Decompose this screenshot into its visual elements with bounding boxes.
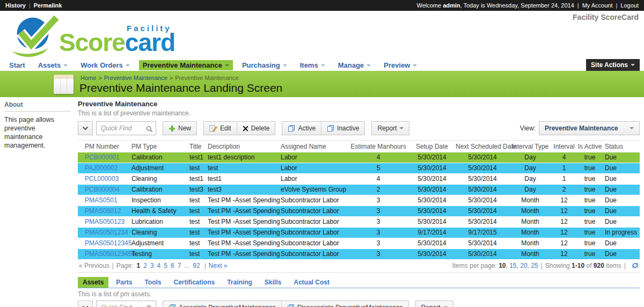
chevron-down-icon <box>82 126 89 130</box>
page-link-5[interactable]: 5 <box>164 262 167 269</box>
column-header-setup-date[interactable]: Setup Date <box>408 141 456 152</box>
disassociate-button[interactable]: Disassociate PreventiveMaintenance <box>281 301 409 307</box>
chevron-down-icon <box>399 127 404 129</box>
nav-item-items[interactable]: Items <box>296 60 329 70</box>
page-size-link-20[interactable]: 20 <box>520 262 527 269</box>
table-row[interactable]: PMAS0501234CleaningtestTest PM -Asset Sp… <box>78 227 640 238</box>
pm-number-link[interactable]: PMAS050123456 <box>85 250 135 258</box>
main-navigation: StartAssetsWork OrdersPreventive Mainten… <box>0 59 644 72</box>
new-button[interactable]: New <box>163 121 197 135</box>
page-banner: Home>Preventive Maintenance>Preventive M… <box>0 72 644 97</box>
pm-number-link[interactable]: PMAS05012 <box>85 207 121 215</box>
page-size-link-15[interactable]: 15 <box>509 262 516 269</box>
username: admin <box>443 2 460 9</box>
nav-item-label: Start <box>9 61 25 69</box>
toolbar-dropdown-button[interactable] <box>78 121 93 135</box>
report-button[interactable]: Report <box>415 301 453 307</box>
topbar-link-my-account[interactable]: My Account <box>582 2 613 9</box>
page-link-2[interactable]: 2 <box>143 262 147 269</box>
page-link-4[interactable]: 4 <box>157 262 161 269</box>
table-row[interactable]: PCB000001Calibrationtest1test1 descripti… <box>78 152 640 163</box>
nav-item-label: Manage <box>338 61 364 69</box>
breadcrumb-item[interactable]: Preventive Maintenance <box>104 75 167 81</box>
topbar-link-permalink[interactable]: Permalink <box>34 2 62 9</box>
view-dropdown[interactable]: Preventive Maintenance <box>539 121 640 135</box>
topbar-link-logout[interactable]: Logout <box>620 2 639 9</box>
nav-item-assets[interactable]: Assets <box>34 60 72 70</box>
site-actions-button[interactable]: Site Actions <box>586 59 640 71</box>
column-header-pm-number[interactable]: PM Number <box>78 141 129 152</box>
breadcrumb-item[interactable]: Home <box>80 75 96 81</box>
column-header-interval-type[interactable]: Interval Type <box>509 141 551 152</box>
pm-number-link[interactable]: PMAS05012345 <box>85 239 131 247</box>
page-link-92[interactable]: 92 <box>193 262 200 269</box>
search-icon[interactable] <box>146 304 153 307</box>
delete-button[interactable]: Delete <box>237 121 276 135</box>
column-header-pm-type[interactable]: PM Type <box>129 141 187 152</box>
pm-number-link[interactable]: PMAS050123 <box>85 218 125 225</box>
table-row[interactable]: PCB000004Calibrationtest3test3eVolve Sys… <box>78 184 640 195</box>
page-size-link-25[interactable]: 25 <box>531 262 538 269</box>
page-label: Page: <box>116 262 135 269</box>
search-icon[interactable] <box>146 125 153 135</box>
nav-item-purchasing[interactable]: Purchasing <box>238 60 291 70</box>
column-header-title[interactable]: Title <box>187 141 206 152</box>
chevron-down-icon <box>63 64 68 67</box>
page-link-7[interactable]: 7 <box>178 262 181 269</box>
column-header-status[interactable]: Status <box>603 141 640 152</box>
nav-item-preview[interactable]: Preview <box>380 60 421 70</box>
topbar-link-history[interactable]: History <box>5 2 26 9</box>
pm-number-link[interactable]: PAJ000002 <box>85 164 118 172</box>
toolbar-dropdown-button[interactable] <box>78 301 93 307</box>
tab-certifications[interactable]: Certifications <box>169 277 220 288</box>
sidebar-description: This page allows preventive maintenance … <box>4 115 71 150</box>
active-button[interactable]: Active <box>282 121 321 135</box>
associate-button[interactable]: Associate PreventiveMaintenance <box>163 301 282 307</box>
column-header-is-active[interactable]: Is Active <box>577 141 603 152</box>
tab-tools[interactable]: Tools <box>140 277 166 288</box>
table-row[interactable]: PMAS05012Health & SafetytestTest PM -Ass… <box>78 206 640 216</box>
report-button[interactable]: Report <box>371 121 409 135</box>
tab-actual-cost[interactable]: Actual Cost <box>289 277 334 288</box>
pm-number-link[interactable]: PCB000004 <box>85 186 120 193</box>
page-link-6[interactable]: 6 <box>171 262 174 269</box>
tab-training[interactable]: Training <box>222 277 257 288</box>
showing-range: 1-10 <box>572 262 584 269</box>
active-inactive-group: Active Inactive <box>282 121 365 135</box>
scorecard-logo-text[interactable]: Scorecard <box>59 29 175 56</box>
column-header-description[interactable]: Description <box>206 141 279 152</box>
column-header-next-scheduled-date[interactable]: Next Scheduled Date <box>456 141 509 152</box>
table-row[interactable]: PAJ000002AdjustmenttesttestLabor55/30/20… <box>78 163 640 173</box>
column-header-assigned-name[interactable]: Assigned Name <box>279 141 348 152</box>
pm-number-link[interactable]: PMAS0501234 <box>85 229 128 236</box>
table-row[interactable]: PMAS0501InspectiontestTest PM -Asset Spe… <box>78 195 640 206</box>
table-row[interactable]: PMAS050123LubricationtestTest PM -Asset … <box>78 216 640 227</box>
tab-assets[interactable]: Assets <box>78 277 108 288</box>
chevron-down-icon <box>126 64 130 67</box>
sidebar-heading: About <box>4 101 71 112</box>
column-header-interval[interactable]: Interval <box>551 141 577 152</box>
nav-item-work-orders[interactable]: Work Orders <box>77 60 134 70</box>
section-subtitle: This is a list of preventive maintenance… <box>78 109 640 117</box>
pm-number-link[interactable]: PCB000001 <box>85 154 120 161</box>
column-header-estimate-manhours[interactable]: Estimate Manhours <box>348 141 408 152</box>
nav-item-manage[interactable]: Manage <box>334 60 375 70</box>
inactive-button[interactable]: Inactive <box>321 121 365 135</box>
pm-number-link[interactable]: PMAS0501 <box>85 196 118 204</box>
table-row[interactable]: PMAS05012345AdjustmenttestTest PM -Asset… <box>78 238 640 248</box>
pm-number-link[interactable]: PCL000003 <box>85 175 119 182</box>
refresh-icon[interactable] <box>632 262 639 269</box>
edit-button[interactable]: Edit <box>203 121 237 135</box>
nav-item-start[interactable]: Start <box>5 60 29 70</box>
table-row[interactable]: PMAS050123456TestingtestTest PM -Asset S… <box>78 248 640 259</box>
tab-skills[interactable]: Skills <box>260 277 286 288</box>
page-link-3[interactable]: 3 <box>150 262 154 269</box>
previous-button[interactable]: « Previous <box>79 262 109 269</box>
page-size-current: 10 <box>499 262 506 269</box>
next-button[interactable]: Next » <box>209 262 228 269</box>
nav-item-label: Purchasing <box>242 61 280 69</box>
table-row[interactable]: PCL000003Cleaningtest1test1Labor45/30/20… <box>78 173 640 184</box>
tab-parts[interactable]: Parts <box>111 277 137 288</box>
nav-item-preventive-maintenance[interactable]: Preventive Maintenance <box>139 60 233 70</box>
chevron-down-icon <box>225 64 229 67</box>
